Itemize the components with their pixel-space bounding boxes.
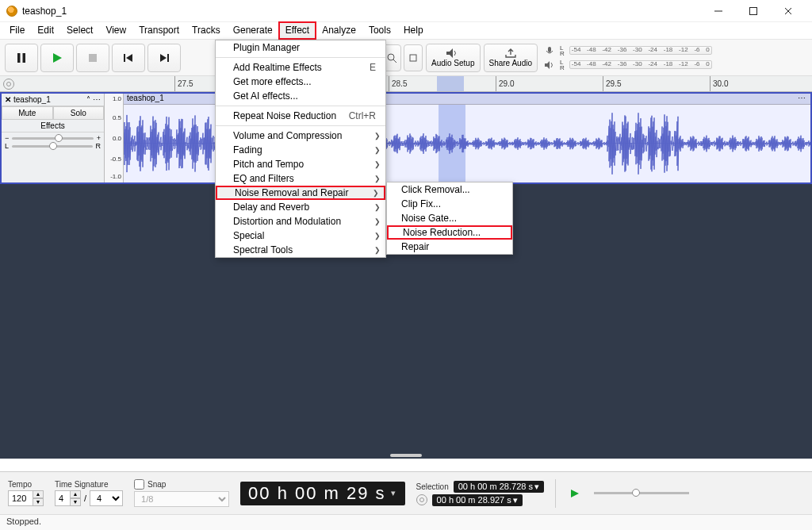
time-format-caret-icon[interactable]: ▾ — [391, 488, 397, 498]
menu-analyze[interactable]: Analyze — [316, 22, 362, 39]
effects-button[interactable]: Effects — [2, 120, 104, 132]
noise-item-clip-fix-[interactable]: Clip Fix... — [387, 197, 512, 211]
effect-item-noise-removal-and-repair[interactable]: Noise Removal and Repair❯ — [216, 186, 385, 200]
svg-rect-7 — [89, 54, 97, 62]
audio-setup-button[interactable]: Audio Setup — [426, 44, 481, 72]
menu-help[interactable]: Help — [397, 22, 430, 39]
ruler-tick: 29.0 — [496, 76, 514, 91]
menu-tracks[interactable]: Tracks — [186, 22, 227, 39]
selection-end-display[interactable]: 00 h 00 m 28.927 s▾ — [432, 494, 523, 506]
menu-transport[interactable]: Transport — [132, 22, 186, 39]
playback-meter[interactable]: LR -54-48-42-36-30-24-18-12-60 — [544, 60, 712, 71]
track-close-icon[interactable]: ✕ — [5, 95, 11, 104]
mute-button[interactable]: Mute — [2, 106, 53, 120]
speaker-small-icon — [544, 60, 555, 70]
effect-item-distortion-and-modulation[interactable]: Distortion and Modulation❯ — [216, 214, 385, 229]
effect-item-volume-and-compression[interactable]: Volume and Compression❯ — [216, 129, 385, 143]
noise-item-repair[interactable]: Repair — [387, 240, 512, 254]
svg-marker-15 — [446, 48, 453, 58]
svg-marker-9 — [126, 54, 132, 62]
svg-rect-8 — [124, 54, 125, 62]
effect-item-special[interactable]: Special❯ — [216, 229, 385, 243]
noise-item-click-removal-[interactable]: Click Removal... — [387, 182, 512, 197]
app-logo-icon — [6, 6, 17, 17]
play-button[interactable] — [40, 44, 74, 72]
selection-toolbar: Tempo ▲▼ Time Signature ▲▼ / 4 Snap 1/8 … — [0, 471, 812, 514]
window-maximize-button[interactable] — [736, 0, 771, 22]
effect-item-get-ai-effects-[interactable]: Get AI effects... — [216, 89, 385, 103]
menu-tools[interactable]: Tools — [362, 22, 397, 39]
svg-rect-14 — [410, 55, 416, 61]
status-text: Stopped. — [6, 517, 41, 526]
svg-rect-1 — [750, 7, 757, 14]
snap-checkbox[interactable] — [134, 479, 144, 490]
titlebar: teashop_1 — [0, 0, 812, 22]
timeline-ruler[interactable]: 27.528.028.529.029.530.0 — [0, 76, 812, 92]
skip-start-button[interactable] — [112, 44, 145, 72]
panel-resize-handle[interactable] — [390, 454, 422, 457]
effect-item-plugin-manager[interactable]: Plugin Manager — [216, 40, 385, 55]
clip-menu-icon[interactable]: ⋯ — [798, 94, 806, 102]
track-collapse-icon[interactable]: ˄ — [86, 95, 90, 104]
ruler-settings-icon[interactable] — [3, 79, 14, 90]
timesig-numerator[interactable]: ▲▼ — [55, 490, 81, 506]
effect-item-eq-and-filters[interactable]: EQ and Filters❯ — [216, 171, 385, 186]
svg-marker-10 — [160, 54, 167, 62]
record-meter[interactable]: LR -54-48-42-36-30-24-18-12-60 — [544, 45, 712, 56]
svg-marker-17 — [545, 61, 550, 69]
stop-button[interactable] — [76, 44, 109, 72]
share-icon — [504, 48, 517, 59]
selection-settings-icon[interactable] — [416, 494, 427, 505]
svg-rect-5 — [23, 53, 26, 63]
tempo-label: Tempo — [8, 480, 44, 489]
svg-rect-11 — [167, 54, 169, 62]
skip-end-button[interactable] — [147, 44, 181, 72]
noise-submenu-dropdown: Click Removal...Clip Fix...Noise Gate...… — [386, 182, 513, 255]
ruler-tick: 29.5 — [603, 76, 621, 91]
timesig-denominator[interactable]: 4 — [90, 490, 123, 506]
menu-generate[interactable]: Generate — [227, 22, 279, 39]
play-at-speed-button[interactable] — [567, 486, 583, 501]
trim-button[interactable] — [404, 44, 423, 71]
pause-button[interactable] — [5, 44, 38, 72]
effect-item-fading[interactable]: Fading❯ — [216, 143, 385, 157]
tempo-input[interactable]: ▲▼ — [8, 490, 44, 506]
ruler-tick: 27.5 — [174, 76, 193, 91]
window-minimize-button[interactable] — [701, 0, 736, 22]
time-position-display[interactable]: 00 h 00 m 29 s▾ — [240, 482, 405, 505]
snap-value-select[interactable]: 1/8 — [134, 491, 229, 507]
effect-item-add-realtime-effects[interactable]: Add Realtime EffectsE — [216, 60, 385, 75]
selection-start-display[interactable]: 00 h 00 m 28.728 s▾ — [454, 481, 544, 493]
noise-item-noise-gate-[interactable]: Noise Gate... — [387, 211, 512, 225]
track-menu-icon[interactable]: ⋯ — [93, 95, 101, 104]
menu-select[interactable]: Select — [60, 22, 99, 39]
gain-slider[interactable]: −+ — [5, 134, 101, 142]
share-audio-button[interactable]: Share Audio — [484, 44, 538, 72]
menu-view[interactable]: View — [99, 22, 132, 39]
effect-item-spectral-tools[interactable]: Spectral Tools❯ — [216, 243, 385, 257]
track-control-panel: ✕ teashop_1 ˄ ⋯ Mute Solo Effects −+ LR — [2, 94, 105, 182]
effect-item-pitch-and-tempo[interactable]: Pitch and Tempo❯ — [216, 157, 385, 171]
ruler-tick: 30.0 — [710, 76, 728, 91]
status-bar: Stopped. — [0, 514, 812, 530]
effect-item-delay-and-reverb[interactable]: Delay and Reverb❯ — [216, 200, 385, 214]
effect-item-repeat-noise-reduction[interactable]: Repeat Noise ReductionCtrl+R — [216, 109, 385, 123]
effect-menu-dropdown: Plugin ManagerAdd Realtime EffectsEGet m… — [215, 40, 386, 258]
ruler-selection — [437, 76, 464, 91]
share-audio-label: Share Audio — [489, 60, 533, 67]
window-close-button[interactable] — [771, 0, 806, 22]
mic-icon — [544, 46, 555, 56]
pan-slider[interactable]: LR — [5, 142, 101, 150]
selection-label: Selection — [416, 482, 449, 491]
effect-item-get-more-effects-[interactable]: Get more effects... — [216, 75, 385, 89]
vertical-scale: 1.00.50.0-0.5-1.0 — [105, 94, 124, 182]
noise-item-noise-reduction-[interactable]: Noise Reduction... — [387, 225, 512, 240]
svg-rect-16 — [548, 47, 551, 52]
snap-label: Snap — [147, 480, 166, 489]
playback-speed-slider[interactable] — [594, 492, 689, 494]
transport-toolbar: Audio Setup Share Audio LR -54-48-42-36-… — [0, 40, 812, 76]
solo-button[interactable]: Solo — [53, 106, 105, 120]
menu-edit[interactable]: Edit — [31, 22, 60, 39]
menu-file[interactable]: File — [3, 22, 31, 39]
menu-effect[interactable]: Effect — [279, 22, 316, 39]
